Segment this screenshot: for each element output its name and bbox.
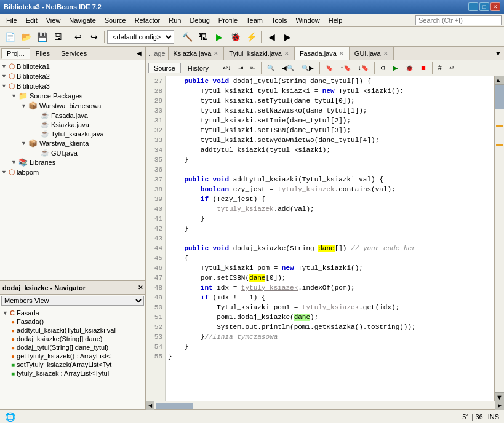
- editor-scrollbar[interactable]: ▲ ▼: [494, 76, 504, 401]
- members-view-select[interactable]: Members View: [1, 296, 144, 306]
- nav-item-dodaj-tytul[interactable]: ● dodaj_tytul(String[] dane_tytul): [1, 343, 144, 352]
- tree-item-biblioteka3[interactable]: ▼ ⬡ Biblioteka3: [1, 81, 144, 91]
- hscroll-left-button[interactable]: ◀: [146, 401, 154, 410]
- hscroll-right-button[interactable]: ▶: [495, 401, 504, 410]
- navigator-close-button[interactable]: ✕: [138, 284, 143, 291]
- clean-build-button[interactable]: 🏗: [196, 30, 210, 44]
- toggle-bookmark-button[interactable]: 🔖: [322, 63, 336, 73]
- save-button[interactable]: 💾: [34, 30, 49, 44]
- wrap-button[interactable]: ↵: [446, 63, 457, 73]
- tab-fasada-close[interactable]: ✕: [339, 50, 344, 57]
- tree-item-labpom[interactable]: ▼ ⬡ labpom: [1, 167, 144, 177]
- format-button[interactable]: ↩↓: [220, 63, 234, 73]
- find-prev-button[interactable]: ◀🔍: [279, 63, 297, 73]
- tab-tytul-close[interactable]: ✕: [284, 50, 289, 57]
- tab-ksiazka[interactable]: Ksiazka.java ✕: [169, 47, 225, 60]
- find-next-button[interactable]: 🔍▶: [298, 63, 317, 73]
- tree-item-warstwa-kli[interactable]: ▼ 📦 Warstwa_klienta: [1, 138, 144, 148]
- config-select[interactable]: <default config>: [107, 30, 174, 44]
- menu-refactor[interactable]: Refactor: [131, 15, 164, 25]
- menu-debug[interactable]: Debug: [186, 15, 213, 25]
- find-button[interactable]: 🔍: [264, 63, 278, 73]
- menu-profile[interactable]: Profile: [215, 15, 241, 25]
- minimize-button[interactable]: ─: [468, 2, 478, 11]
- nav-item-addtytul[interactable]: ● addtytul_ksiazki(Tytul_ksiazki val: [1, 326, 144, 334]
- tab-files[interactable]: Files: [30, 48, 55, 59]
- open-button[interactable]: 📂: [18, 30, 33, 44]
- linenum-button[interactable]: #: [435, 63, 445, 73]
- menu-source[interactable]: Source: [101, 15, 130, 25]
- tree-item-libraries[interactable]: ▼ 📚 Libraries: [1, 157, 144, 167]
- tab-tytul[interactable]: Tytul_ksiazki.java ✕: [224, 47, 295, 60]
- nav-item-gettytuly[interactable]: ● getTytuly_ksiazek() : ArrayList<: [1, 352, 144, 360]
- tree-item-ksiazka[interactable]: ☕ Ksiazka.java: [1, 120, 144, 129]
- tree-item-source-packages[interactable]: ▼ 📁 Source Packages: [1, 91, 144, 101]
- nav-item-fasada-class[interactable]: ▼ C Fasada: [1, 309, 144, 317]
- forward-button[interactable]: ▶: [280, 30, 295, 44]
- menu-run[interactable]: Run: [165, 15, 185, 25]
- tree-item-fasada[interactable]: ☕ Fasada.java: [1, 111, 144, 120]
- menu-navigate[interactable]: Navigate: [65, 15, 99, 25]
- scroll-up-button[interactable]: ▲: [495, 76, 504, 85]
- build-button[interactable]: 🔨: [180, 30, 194, 44]
- save-all-button[interactable]: 🖫: [50, 30, 65, 44]
- next-bookmark-button[interactable]: ↓🔖: [355, 63, 372, 73]
- tree-item-gui[interactable]: ☕ GUI.java: [1, 148, 144, 157]
- tab-fasada[interactable]: Fasada.java ✕: [295, 47, 350, 60]
- profile-btn[interactable]: ⚡: [244, 30, 258, 44]
- tree-item-biblioteka1[interactable]: ▼ ⬡ Biblioteka1: [1, 61, 144, 71]
- tab-overflow-indicator[interactable]: ...age: [146, 47, 169, 60]
- tab-gui[interactable]: GUI.java ✕: [350, 47, 394, 60]
- compile-button[interactable]: ⚙: [377, 63, 389, 73]
- back-button[interactable]: ◀: [264, 30, 279, 44]
- nav-label-settytuly: setTytuly_ksiazek(ArrayList<Tyt: [17, 361, 111, 368]
- undo-button[interactable]: ↩: [71, 30, 86, 44]
- debug-file-button[interactable]: 🐞: [402, 63, 416, 73]
- run-file-button[interactable]: ▶: [390, 63, 401, 73]
- panel-minimize-button[interactable]: ◀: [134, 50, 144, 57]
- menu-edit[interactable]: Edit: [22, 15, 41, 25]
- prev-bookmark-button[interactable]: ↑🔖: [337, 63, 354, 73]
- redo-button[interactable]: ↪: [87, 30, 102, 44]
- outdent-button[interactable]: ⇤: [247, 63, 258, 73]
- tree-label-source-packages: Source Packages: [30, 92, 82, 100]
- indent-button[interactable]: ⇥: [235, 63, 246, 73]
- maximize-button[interactable]: □: [479, 2, 489, 11]
- menu-tools[interactable]: Tools: [268, 15, 291, 25]
- debug-button[interactable]: 🐞: [228, 30, 242, 44]
- nav-item-settytuly[interactable]: ■ setTytuly_ksiazek(ArrayList<Tyt: [1, 360, 144, 369]
- tab-nav-button[interactable]: ▼: [492, 47, 504, 60]
- new-file-button[interactable]: 📄: [2, 30, 17, 44]
- tree-item-biblioteka2[interactable]: ▼ ⬡ Biblioteka2: [1, 71, 144, 81]
- tree-item-tytul[interactable]: ☕ Tytul_ksiazki.java: [1, 129, 144, 138]
- tab-projects[interactable]: Proj...: [1, 48, 30, 59]
- hscroll-thumb[interactable]: [156, 403, 193, 409]
- tab-gui-close[interactable]: ✕: [383, 50, 388, 57]
- menu-window[interactable]: Window: [292, 15, 324, 25]
- run-button[interactable]: ▶: [212, 30, 226, 44]
- menu-view[interactable]: View: [42, 15, 65, 25]
- editor-tabs: ...age Ksiazka.java ✕ Tytul_ksiazki.java…: [146, 47, 504, 60]
- tab-ksiazka-close[interactable]: ✕: [214, 50, 218, 57]
- source-tab[interactable]: Source: [148, 63, 181, 73]
- field-icon: ■: [11, 362, 15, 368]
- tree-label-tytul: Tytul_ksiazki.java: [51, 130, 104, 138]
- tree-item-warstwa-biz[interactable]: ▼ 📦 Warstwa_biznesowa: [1, 101, 144, 111]
- nav-item-tytuly-field[interactable]: ■ tytuly_ksiazek : ArrayList<Tytul: [1, 369, 144, 378]
- stop-button[interactable]: ⏹: [417, 63, 430, 73]
- line-num-49: 49: [146, 293, 165, 302]
- editor-hscrollbar[interactable]: ◀ ▶: [146, 401, 504, 409]
- scroll-thumb[interactable]: [495, 85, 504, 109]
- nav-item-constructor[interactable]: ● Fasada(): [1, 317, 144, 326]
- scroll-down-button[interactable]: ▼: [495, 392, 504, 401]
- line-num-39: 39: [146, 194, 165, 204]
- code-content[interactable]: public void dodaj_tytul(String dane_tytu…: [166, 76, 494, 401]
- nav-item-dodaj-ksiazke[interactable]: ● dodaj_ksiazke(String[] dane): [1, 334, 144, 343]
- history-tab[interactable]: History: [182, 63, 214, 74]
- menu-team[interactable]: Team: [242, 15, 266, 25]
- tab-services[interactable]: Services: [55, 48, 92, 59]
- search-input[interactable]: [415, 15, 502, 25]
- menu-file[interactable]: File: [2, 15, 21, 25]
- close-button[interactable]: ✕: [490, 2, 500, 11]
- menu-help[interactable]: Help: [325, 15, 346, 25]
